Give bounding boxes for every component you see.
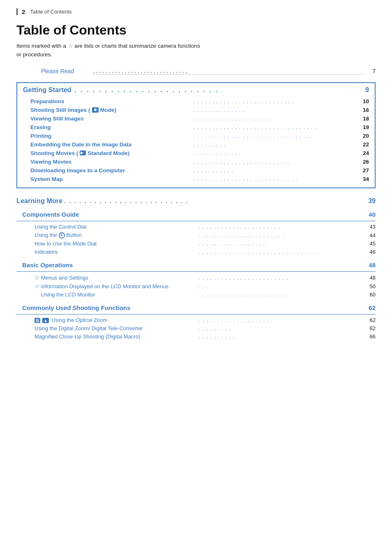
learning-more-section: Learning More . . . . . . . . . . . . . … — [16, 197, 376, 341]
shooting-functions-block: Commonly Used Shooting Functions 62 ||| … — [16, 302, 376, 341]
toc-row-digital-macro[interactable]: Magnified Close-Up Shooting (Digital Mac… — [16, 333, 376, 341]
mode-dial-dots: . . . . . . . . . . . . . . . . . . . — [199, 241, 363, 247]
toc-row-shooting-movies[interactable]: Shooting Movies ( Standard Mode) . . . .… — [17, 149, 375, 157]
star-bullet-menus: ☆ — [35, 274, 40, 281]
getting-started-page: 9 — [365, 86, 369, 94]
viewing-still-page: 18 — [357, 116, 369, 122]
zoom-icon-tele: ▲ — [42, 318, 49, 323]
star-icon: ☆ — [68, 41, 73, 51]
toc-row-func-button[interactable]: Using the F Button . . . . . . . . . . .… — [16, 231, 376, 240]
getting-started-title: Getting Started . . . . . . . . . . . . … — [23, 86, 365, 94]
toc-row-system-map[interactable]: System Map . . . . . . . . . . . . . . .… — [17, 175, 375, 183]
shooting-functions-title: Commonly Used Shooting Functions — [22, 304, 369, 311]
getting-started-header[interactable]: Getting Started . . . . . . . . . . . . … — [17, 83, 375, 97]
control-dial-dots: . . . . . . . . . . . . . . . . . . . . … — [199, 224, 363, 230]
toc-row-mode-dial[interactable]: How to Use the Mode Dial . . . . . . . .… — [16, 240, 376, 248]
basic-operations-block: Basic Operations 48 ☆Menus and Settings … — [16, 259, 376, 299]
system-map-page: 34 — [357, 176, 369, 182]
toc-row-info-lcd[interactable]: ☆Information Displayed on the LCD Monito… — [16, 282, 376, 291]
erasing-label: Erasing — [30, 124, 194, 130]
printing-dots: . . . . . . . . . . . . . . . . . . . . … — [194, 133, 357, 139]
preparations-label: Preparations — [30, 98, 194, 104]
shooting-still-text: Shooting Still Images ( — [30, 107, 90, 113]
basic-operations-divider — [16, 271, 376, 272]
please-read-label[interactable]: Please Read — [41, 68, 90, 74]
shooting-still-dots: . . . . . . . . . . . . . . — [194, 107, 357, 113]
info-lcd-label: ☆Information Displayed on the LCD Monito… — [35, 283, 199, 289]
shooting-movies-text2: Standard Mode) — [88, 150, 129, 156]
intro-text: Items marked with a — [16, 43, 68, 49]
page-number: 2 — [22, 8, 25, 15]
shooting-functions-header[interactable]: Commonly Used Shooting Functions 62 — [16, 302, 376, 313]
optical-zoom-label: ||| ▲ Using the Optical Zoom — [35, 317, 199, 323]
digital-zoom-page: 62 — [363, 325, 376, 331]
components-guide-title: Components Guide — [22, 211, 369, 218]
movie-icon — [80, 150, 86, 155]
downloading-page: 27 — [357, 167, 369, 174]
basic-operations-title: Basic Operations — [22, 261, 369, 268]
toc-row-printing[interactable]: Printing . . . . . . . . . . . . . . . .… — [17, 132, 375, 140]
page-header-label: Table of Contents — [30, 9, 71, 15]
components-guide-block: Components Guide 40 Using the Control Di… — [16, 209, 376, 256]
toc-row-viewing-movies[interactable]: Viewing Movies . . . . . . . . . . . . .… — [17, 157, 375, 166]
viewing-movies-dots: . . . . . . . . . . . . . . . . . . . . … — [194, 159, 357, 165]
func-button-icon: F — [59, 232, 65, 238]
learning-more-header[interactable]: Learning More . . . . . . . . . . . . . … — [16, 197, 376, 205]
shooting-movies-dots: . . . . . . . . . . . . . — [194, 150, 357, 156]
toc-row-digital-zoom[interactable]: Using the Digital Zoom/ Digital Tele-Con… — [16, 324, 376, 333]
components-guide-divider — [16, 221, 376, 221]
viewing-movies-page: 26 — [357, 159, 369, 165]
getting-started-section: Getting Started . . . . . . . . . . . . … — [16, 82, 376, 188]
toc-row-optical-zoom[interactable]: ||| ▲ Using the Optical Zoom . . . . . .… — [16, 316, 376, 324]
toc-row-control-dial[interactable]: Using the Control Dial . . . . . . . . .… — [16, 223, 376, 231]
info-lcd-dots: . . . — [199, 283, 363, 289]
learning-more-dots: . . . . . . . . . . . . . . . . . . . . … — [64, 197, 367, 204]
components-guide-header[interactable]: Components Guide 40 — [16, 209, 376, 220]
zoom-icon-wide: ||| — [35, 318, 40, 323]
mode-dial-label: How to Use the Mode Dial — [35, 241, 199, 247]
toc-row-shooting-still[interactable]: Shooting Still Images ( Mode) . . . . . … — [17, 106, 375, 114]
toc-row-viewing-still[interactable]: Viewing Still Images . . . . . . . . . .… — [17, 114, 375, 123]
shooting-still-text2: Mode) — [100, 107, 117, 113]
toc-row-downloading[interactable]: Downloading Images to a Computer . . . .… — [17, 166, 375, 175]
digital-macro-dots: . . . . . . . . . . — [199, 333, 363, 340]
shooting-movies-label: Shooting Movies ( Standard Mode) — [30, 150, 194, 156]
basic-operations-header[interactable]: Basic Operations 48 — [16, 259, 376, 271]
preparations-dots: . . . . . . . . . . . . . . . . . . . . … — [194, 98, 357, 104]
indicators-dots: . . . . . . . . . . . . . . . . . . . . … — [199, 249, 363, 255]
camera-icon — [92, 107, 99, 113]
control-dial-page: 43 — [363, 224, 376, 230]
downloading-dots: . . . . . . . . . . . — [194, 167, 357, 174]
mode-dial-page: 45 — [363, 241, 376, 247]
digital-zoom-label: Using the Digital Zoom/ Digital Tele-Con… — [35, 325, 199, 331]
toc-row-embedding-date[interactable]: Embedding the Date in the Image Data . .… — [17, 140, 375, 149]
toc-title: Table of Contents — [16, 23, 376, 38]
toc-row-menus-settings[interactable]: ☆Menus and Settings . . . . . . . . . . … — [16, 273, 376, 282]
please-read-section[interactable]: Please Read . . . . . . . . . . . . . . … — [16, 68, 376, 75]
star-bullet-info: ☆ — [35, 283, 40, 289]
system-map-label: System Map — [30, 176, 194, 182]
downloading-label: Downloading Images to a Computer — [30, 167, 194, 174]
toc-row-indicators[interactable]: Indicators . . . . . . . . . . . . . . .… — [16, 248, 376, 256]
lcd-monitor-page: 60 — [363, 292, 376, 298]
shooting-movies-text: Shooting Movies ( — [30, 150, 78, 156]
page-header: 2 Table of Contents — [16, 8, 376, 15]
func-button-label: Using the F Button — [35, 232, 199, 238]
toc-row-preparations[interactable]: Preparations . . . . . . . . . . . . . .… — [17, 97, 375, 106]
menus-settings-page: 48 — [363, 275, 376, 281]
digital-zoom-dots: . . . . . . . . . — [199, 325, 363, 331]
basic-operations-page: 48 — [369, 261, 376, 268]
please-read-dots: . . . . . . . . . . . . . . . . . . . . … — [93, 67, 363, 74]
viewing-movies-label: Viewing Movies — [30, 159, 194, 165]
menus-settings-label: ☆Menus and Settings — [35, 274, 199, 281]
please-read-page: 7 — [366, 68, 376, 74]
printing-page: 20 — [357, 133, 369, 139]
optical-zoom-dots: . . . . . . . . . . . . . . . . . . . . — [199, 317, 363, 323]
indicators-label: Indicators — [35, 249, 199, 255]
toc-row-erasing[interactable]: Erasing . . . . . . . . . . . . . . . . … — [17, 123, 375, 132]
lcd-monitor-dots: . . . . . . . . . . . . . . . . . . . . … — [202, 292, 363, 298]
menus-settings-dots: . . . . . . . . . . . . . . . . . . . . … — [199, 275, 363, 281]
toc-row-lcd-monitor[interactable]: Using the LCD Monitor . . . . . . . . . … — [16, 291, 376, 299]
erasing-dots: . . . . . . . . . . . . . . . . . . . . … — [194, 124, 357, 130]
func-button-page: 44 — [363, 232, 376, 238]
